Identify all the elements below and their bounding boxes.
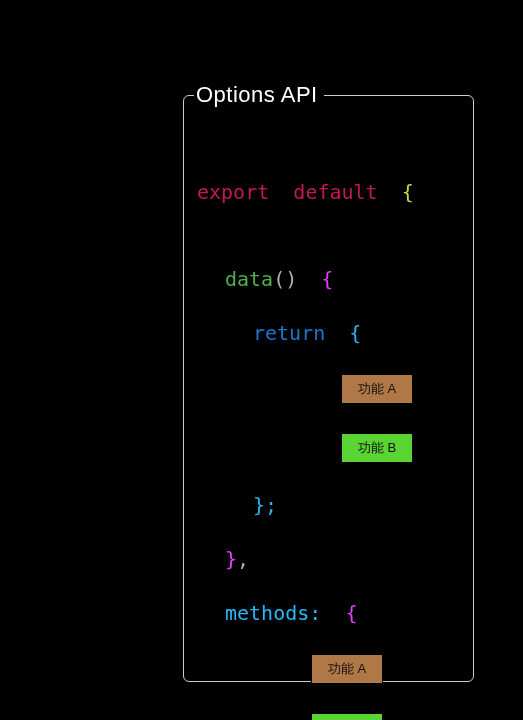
code-block: export default { data() { return { 功能 A … <box>183 95 474 720</box>
tag-row: 功能 A <box>197 654 462 682</box>
brace-close: } <box>225 547 237 571</box>
brace-open: { <box>321 267 333 291</box>
keyword-export: export <box>197 180 269 204</box>
brace-open: { <box>402 180 414 204</box>
keyword-return: return <box>253 321 325 345</box>
brace-open: { <box>345 601 357 625</box>
keyword-default: default <box>293 180 377 204</box>
brace-open: { <box>349 321 361 345</box>
code-line: data() { <box>197 266 462 293</box>
brace-close-semi: }; <box>253 493 277 517</box>
paren: () <box>273 267 297 291</box>
comma: , <box>237 547 249 571</box>
feature-tag-a: 功能 A <box>341 374 413 404</box>
blank-line <box>197 233 462 239</box>
feature-tag-b: 功能 B <box>341 433 413 463</box>
feature-tag-b: 功能 B <box>311 713 383 720</box>
tag-row: 功能 B <box>197 713 462 720</box>
fn-data: data <box>225 267 273 291</box>
tag-row: 功能 B <box>197 433 462 461</box>
tag-row: 功能 A <box>197 374 462 402</box>
feature-tag-a: 功能 A <box>311 654 383 684</box>
code-line: methods: { <box>197 600 462 627</box>
prop-methods: methods: <box>225 601 321 625</box>
code-line: }, <box>197 546 462 573</box>
code-line: export default { <box>197 179 462 206</box>
code-line: }; <box>197 492 462 519</box>
code-line: return { <box>197 320 462 347</box>
